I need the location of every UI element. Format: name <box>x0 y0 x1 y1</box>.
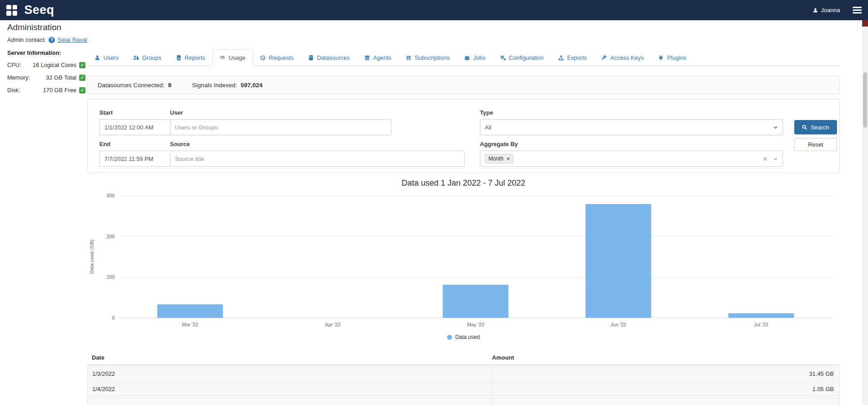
server-info-value: 170 GB Free <box>43 87 76 93</box>
tab-plugins[interactable]: Plugins <box>651 49 694 66</box>
server-info-value: 16 Logical Cores <box>32 62 76 68</box>
end-label: End <box>99 141 111 147</box>
tab-configuration[interactable]: Configuration <box>493 49 551 66</box>
type-select[interactable]: All <box>480 119 783 135</box>
tab-label: Reports <box>185 54 206 61</box>
signals-indexed-value: 597,024 <box>241 82 263 89</box>
amount-cell: 31.45 GB <box>492 367 839 380</box>
tab-access-keys[interactable]: Access Keys <box>594 49 651 66</box>
server-info-row: Disk:170 GB Free✓ <box>7 87 85 93</box>
search-icon <box>802 125 807 130</box>
aggregate-tag-label: Month <box>488 156 503 162</box>
source-input[interactable] <box>170 151 465 167</box>
usage-table-body: 1/3/202231.45 GB1/4/20221.05 GB <box>87 367 840 405</box>
svg-text:Jun '22: Jun '22 <box>610 322 626 327</box>
server-info-panel: Server Information: CPU:16 Logical Cores… <box>7 49 85 99</box>
gauge-icon <box>219 55 225 61</box>
tab-label: Agents <box>373 54 391 61</box>
briefcase-icon <box>464 55 470 61</box>
tab-bar: UsersGroupsReportsUsageRequestsDatasourc… <box>87 49 840 66</box>
search-button-label: Search <box>810 124 829 131</box>
remove-tag-icon[interactable] <box>506 157 510 160</box>
tab-label: Groups <box>142 54 161 61</box>
bar-Jun '22 <box>586 204 651 318</box>
admin-contact-link[interactable]: Sejal Raval <box>58 36 87 43</box>
user-search-input[interactable] <box>170 119 391 135</box>
end-datetime-input[interactable] <box>99 151 180 167</box>
users-icon <box>133 55 139 61</box>
seeq-logo[interactable]: Seeq <box>24 4 54 16</box>
user-name: Joanna <box>821 7 840 13</box>
tab-users[interactable]: Users <box>87 49 126 66</box>
wrench-icon <box>601 55 607 61</box>
user-icon <box>94 55 100 61</box>
filters-panel: Start User Type End Source Aggregate By … <box>87 99 840 173</box>
signals-indexed: Signals Indexed: 597,024 <box>192 82 263 89</box>
tab-exports[interactable]: Exports <box>551 49 594 66</box>
svg-text:May '22: May '22 <box>467 322 484 327</box>
tab-label: Users <box>103 54 119 61</box>
scrollbar-thumb[interactable] <box>863 72 867 128</box>
date-column-header: Date <box>87 354 492 361</box>
clear-icon[interactable] <box>763 156 768 161</box>
aggregate-by-multiselect[interactable]: Month <box>480 151 783 167</box>
type-select-value: All <box>485 124 491 131</box>
datasources-connected-label: Datasources Connected: <box>98 82 165 89</box>
start-datetime-input[interactable] <box>99 119 180 135</box>
bar-Jul '22 <box>728 313 794 318</box>
tab-label: Requests <box>269 54 294 61</box>
plug-icon <box>658 55 664 61</box>
chart-legend[interactable]: Data used <box>87 333 840 341</box>
table-row: 1/4/20221.05 GB <box>87 382 840 396</box>
chevron-down-icon[interactable] <box>773 156 778 161</box>
tab-label: Jobs <box>473 54 485 61</box>
tab-label: Access Keys <box>610 54 644 61</box>
vertical-scrollbar[interactable] <box>862 20 868 405</box>
check-icon: ✓ <box>79 62 85 68</box>
amount-cell: 1.05 GB <box>492 383 839 396</box>
user-menu[interactable]: Joanna <box>813 7 840 13</box>
tab-label: Exports <box>567 54 587 61</box>
usage-chart: 0100200300Data used (GB)Mar '22Apr '22Ma… <box>87 189 840 333</box>
datasources-connected: Datasources Connected: 9 <box>98 82 171 89</box>
tab-agents[interactable]: Agents <box>357 49 398 66</box>
app-grid-icon[interactable] <box>6 5 17 16</box>
server-info-row: CPU:16 Logical Cores✓ <box>7 62 85 68</box>
main-content: UsersGroupsReportsUsageRequestsDatasourc… <box>87 49 840 405</box>
tab-subscriptions[interactable]: Subscriptions <box>398 49 457 66</box>
server-info-row: Memory:32 GB Total✓ <box>7 74 85 81</box>
table-row <box>87 397 840 405</box>
user-icon <box>813 8 818 13</box>
search-button[interactable]: Search <box>794 120 837 134</box>
svg-text:300: 300 <box>107 193 115 198</box>
bar-May '22 <box>443 285 508 318</box>
tab-usage[interactable]: Usage <box>212 49 253 66</box>
tab-jobs[interactable]: Jobs <box>457 49 492 66</box>
tab-reports[interactable]: Reports <box>169 49 213 66</box>
summary-bar: Datasources Connected: 9 Signals Indexed… <box>87 76 840 94</box>
chart-title: Data used 1 Jan 2022 - 7 Jul 2022 <box>87 178 840 189</box>
aggregate-tag-month: Month <box>485 154 514 164</box>
tab-groups[interactable]: Groups <box>126 49 169 66</box>
page-title: Administration <box>7 22 61 32</box>
date-cell: 1/4/2022 <box>88 383 492 396</box>
admin-contact-label: Admin contact: <box>7 36 46 43</box>
server-info-label: Memory: <box>7 74 30 81</box>
tab-requests[interactable]: Requests <box>253 49 301 66</box>
svg-text:Apr '22: Apr '22 <box>325 322 341 327</box>
tab-datasources[interactable]: Datasources <box>301 49 357 66</box>
reset-button[interactable]: Reset <box>794 138 837 151</box>
check-icon: ✓ <box>79 75 85 81</box>
history-icon <box>260 55 266 61</box>
svg-text:0: 0 <box>112 315 115 320</box>
admin-contact: Admin contact: ? Sejal Raval <box>7 36 87 43</box>
report-icon <box>176 55 182 61</box>
aggregate-by-label: Aggregate By <box>480 141 518 147</box>
user-label: User <box>170 109 183 116</box>
tab-label: Usage <box>228 54 246 61</box>
server-info-heading: Server Information: <box>7 49 85 56</box>
usage-table-header: Date Amount <box>87 352 840 365</box>
server-icon <box>364 55 370 61</box>
date-cell: 1/3/2022 <box>88 367 492 380</box>
hamburger-menu-icon[interactable] <box>853 5 862 15</box>
